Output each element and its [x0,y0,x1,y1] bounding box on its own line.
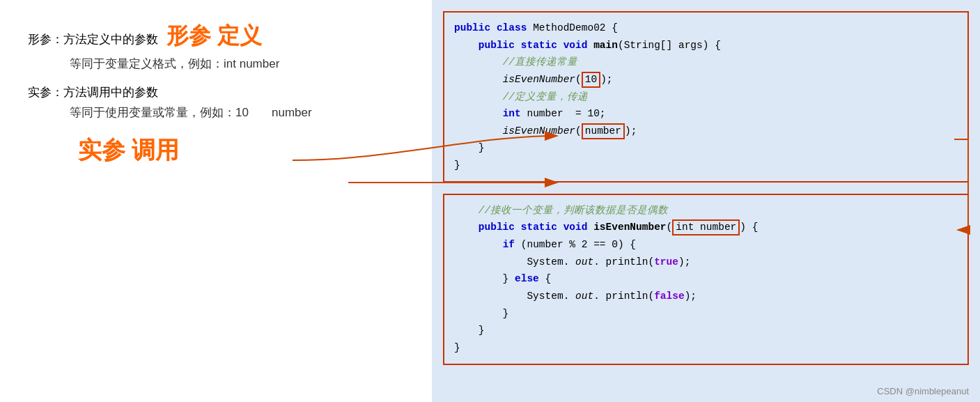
code-line-method-decl: public static void isEvenNumber(int numb… [454,219,958,236]
formal-param-row: 形参：方法定义中的参数 形参 定义 [28,21,404,52]
var-number-box: number [582,123,625,139]
main-container: 形参：方法定义中的参数 形参 定义 等同于变量定义格式，例如：int numbe… [0,0,980,402]
param-int-number-box: int number [672,219,740,235]
formal-param-desc: 等同于变量定义格式，例如：int number [70,56,404,72]
right-panel: public class MethodDemo02 { public stati… [432,0,980,402]
code-box-bottom: //接收一个变量，判断该数据是否是偶数 public static void i… [443,194,969,365]
code-line-class: public class MethodDemo02 { [454,20,958,37]
code-line-bottom-close1: } [454,305,958,323]
code-line-comment2: //定义变量，传递 [454,88,958,106]
code-line-main: public static void main(String[] args) { [454,37,958,54]
actual-param-desc1: 等同于使用变量或常量，例如：10 number [70,105,404,121]
left-panel: 形参：方法定义中的参数 形参 定义 等同于变量定义格式，例如：int numbe… [0,0,432,402]
code-line-else: } else { [454,270,958,288]
code-line-close1: } [454,139,958,157]
formal-param-label: 形参：方法定义中的参数 [28,31,158,47]
code-line-comment1: //直接传递常量 [454,54,958,71]
actual-param-label: 实参：方法调用中的参数 [28,84,158,100]
code-line-call2: isEvenNumber( number ); [454,123,958,140]
code-line-bottom-comment: //接收一个变量，判断该数据是否是偶数 [454,202,958,219]
literal-10-box: 10 [582,72,600,88]
actual-param-title: 实参 调用 [78,137,179,163]
formal-param-title: 形参 定义 [166,21,262,52]
code-line-close2: } [454,157,958,174]
code-line-false: System. out. println(false); [454,288,958,305]
code-line-bottom-close3: } [454,339,958,357]
watermark: CSDN @nimblepeanut [877,386,969,396]
code-line-if: if (number % 2 == 0) { [454,236,958,254]
code-line-true: System. out. println(true); [454,254,958,271]
code-line-bottom-close2: } [454,322,958,339]
code-line-call1: isEvenNumber(10); [454,71,958,88]
code-line-int-number: int number = 10; [454,105,958,123]
code-box-top: public class MethodDemo02 { public stati… [443,11,969,183]
actual-param-row: 实参：方法调用中的参数 [28,84,404,100]
